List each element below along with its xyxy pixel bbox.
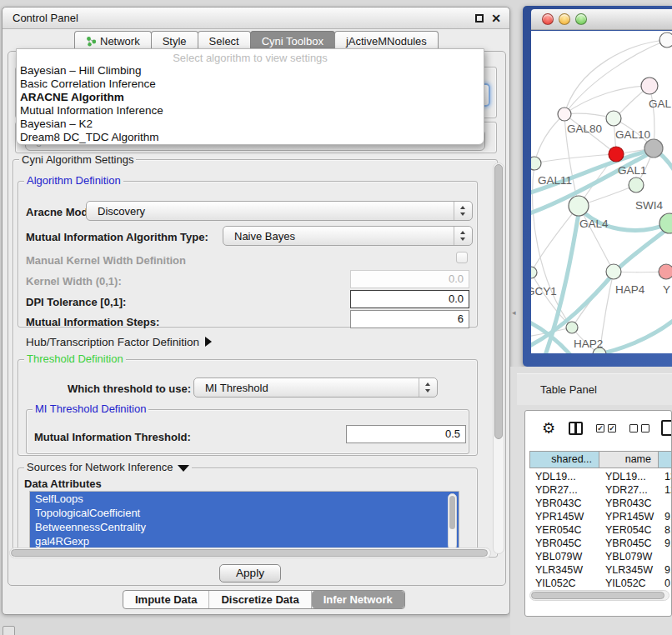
- table-cell[interactable]: 12: [659, 483, 672, 497]
- network-edge[interactable]: [534, 114, 564, 163]
- table-horizontal-scrollbar[interactable]: [529, 590, 669, 601]
- mi-type-combo[interactable]: Naive Bayes: [223, 226, 473, 246]
- control-panel-titlebar[interactable]: Control Panel ✕: [3, 8, 509, 29]
- column-view-icon[interactable]: [569, 422, 583, 435]
- table-cell[interactable]: YLR345W: [599, 563, 659, 577]
- table-cell[interactable]: YBR045C: [599, 537, 659, 550]
- table-column-header-shared[interactable]: shared...: [529, 451, 599, 468]
- table-cell[interactable]: YPR145W: [599, 510, 659, 523]
- network-node[interactable]: [566, 322, 578, 333]
- network-node[interactable]: [531, 267, 537, 278]
- table-cell[interactable]: 0: [659, 577, 672, 590]
- table-cell[interactable]: YDR27...: [599, 483, 659, 497]
- network-node[interactable]: [641, 78, 658, 94]
- sources-group-label[interactable]: Sources for Network Inference: [24, 462, 192, 472]
- attribute-item-betweennesscentrality[interactable]: BetweennessCentrality: [30, 520, 459, 534]
- network-edge[interactable]: [579, 206, 614, 272]
- table-cell[interactable]: 9.: [659, 563, 672, 577]
- panel-splitter-grip[interactable]: ◂: [512, 309, 516, 317]
- dpi-tolerance-field[interactable]: 0.0: [350, 290, 469, 308]
- mi-steps-field[interactable]: 6: [350, 310, 469, 328]
- deselect-all-columns-icon[interactable]: [629, 424, 649, 432]
- tab-style[interactable]: Style: [151, 31, 198, 50]
- network-node[interactable]: [606, 111, 621, 126]
- attribute-list-scrollbar[interactable]: [448, 493, 457, 550]
- table-cell[interactable]: YBR045C: [529, 537, 599, 550]
- table-cell[interactable]: YIL052C: [599, 577, 659, 590]
- attribute-item-gal4rgexp[interactable]: gal4RGexp: [30, 534, 459, 548]
- mi-threshold-field[interactable]: 0.5: [346, 425, 466, 443]
- dropdown-item-dream8-dc-tdc-algorithm[interactable]: Dream8 DC_TDC Algorithm: [17, 131, 484, 144]
- bottom-tab-discretize-data[interactable]: Discretize Data: [209, 591, 311, 608]
- close-icon[interactable]: ✕: [491, 14, 501, 22]
- table-cell[interactable]: 9.: [659, 510, 672, 523]
- table-column-header-a[interactable]: A: [659, 451, 672, 468]
- network-node[interactable]: [659, 264, 672, 279]
- kernel-width-field[interactable]: 0.0: [350, 270, 469, 288]
- zoom-traffic-button[interactable]: [575, 13, 587, 25]
- dropdown-item-bayesian-hill-climbing[interactable]: Bayesian – Hill Climbing: [17, 64, 484, 78]
- manual-kernel-checkbox[interactable]: [456, 252, 468, 263]
- bottom-tab-impute-data[interactable]: Impute Data: [123, 591, 209, 608]
- network-node[interactable]: [644, 139, 663, 158]
- dropdown-item-basic-correlation-inference[interactable]: Basic Correlation Inference: [17, 78, 484, 91]
- tab-network[interactable]: Network: [74, 31, 152, 50]
- network-node[interactable]: [531, 157, 541, 170]
- table-cell[interactable]: YBL079W: [529, 550, 599, 563]
- minimized-panel-icon[interactable]: [3, 626, 15, 635]
- export-table-icon[interactable]: [661, 420, 672, 436]
- minimize-traffic-button[interactable]: [559, 13, 570, 25]
- which-threshold-combo[interactable]: MI Threshold: [193, 378, 438, 398]
- table-cell[interactable]: YBR043C: [529, 497, 599, 510]
- network-node[interactable]: [569, 196, 589, 216]
- table-cell[interactable]: YIL052C: [529, 577, 599, 590]
- table-cell[interactable]: 9.: [659, 537, 672, 550]
- network-edge[interactable]: [564, 86, 649, 114]
- network-node[interactable]: [558, 108, 571, 121]
- select-all-columns-icon[interactable]: ✓✓: [596, 424, 616, 432]
- aracne-mode-combo[interactable]: Discovery: [86, 201, 473, 221]
- tab-select[interactable]: Select: [198, 31, 251, 50]
- network-node[interactable]: [659, 213, 672, 233]
- table-cell[interactable]: 13: [659, 470, 672, 483]
- tab-cyni-toolbox[interactable]: Cyni Toolbox: [250, 31, 335, 50]
- network-node[interactable]: [629, 178, 644, 192]
- attribute-item-topologicalcoefficient[interactable]: TopologicalCoefficient: [30, 506, 459, 520]
- tab-jactivemnodules[interactable]: jActiveMNodules: [334, 31, 439, 50]
- bottom-tab-infer-network[interactable]: Infer Network: [312, 591, 404, 608]
- table-cell[interactable]: YPR145W: [529, 510, 599, 523]
- settings-horizontal-scrollbar[interactable]: [9, 548, 491, 558]
- table-cell[interactable]: YDR27...: [529, 483, 599, 497]
- close-traffic-button[interactable]: [542, 13, 554, 25]
- float-window-icon[interactable]: [475, 14, 484, 22]
- table-cell[interactable]: 8.: [659, 523, 672, 537]
- cyni-bottom-tabs: Impute DataDiscretize DataInfer Network: [123, 590, 405, 609]
- network-node[interactable]: [659, 32, 672, 48]
- table-cell[interactable]: YDL19...: [599, 470, 659, 483]
- dropdown-item-aracne-algorithm[interactable]: ARACNE Algorithm: [17, 91, 484, 104]
- network-node[interactable]: [609, 147, 624, 162]
- table-cell[interactable]: YBL079W: [599, 550, 659, 563]
- screen: { "colors": { "selection_blue": "#3e6cc8…: [0, 0, 672, 635]
- attribute-item-selfloops[interactable]: SelfLoops: [30, 492, 459, 506]
- table-cell[interactable]: YBR043C: [599, 497, 659, 510]
- table-cell[interactable]: YER054C: [599, 523, 659, 537]
- dropdown-item-mutual-information-inference[interactable]: Mutual Information Inference: [17, 104, 484, 118]
- table-cell[interactable]: YLR345W: [529, 563, 599, 577]
- table-cell[interactable]: [659, 550, 672, 563]
- dropdown-item-bayesian-k2[interactable]: Bayesian – K2: [17, 118, 484, 131]
- gear-icon[interactable]: ⚙: [542, 419, 555, 438]
- network-canvas[interactable]: GALGAL80GAL10GAL1GAL11GAL4SWI4HAP4YGCY1H…: [531, 31, 672, 353]
- settings-vertical-scrollbar[interactable]: [493, 162, 504, 554]
- table-cell[interactable]: YDL19...: [529, 470, 599, 483]
- network-edge[interactable]: [534, 154, 615, 163]
- table-column-header-name[interactable]: name: [599, 451, 659, 468]
- network-node[interactable]: [606, 264, 621, 279]
- apply-button[interactable]: Apply: [219, 564, 281, 582]
- table-cell[interactable]: [659, 497, 672, 510]
- table-cell[interactable]: YER054C: [529, 523, 599, 537]
- network-view-window[interactable]: GALGAL80GAL10GAL1GAL11GAL4SWI4HAP4YGCY1H…: [523, 6, 672, 367]
- hub-definition-toggle[interactable]: Hub/Transcription Factor Definition: [26, 336, 212, 348]
- mi-type-value: Naive Bayes: [234, 230, 295, 242]
- network-window-titlebar[interactable]: [531, 9, 672, 30]
